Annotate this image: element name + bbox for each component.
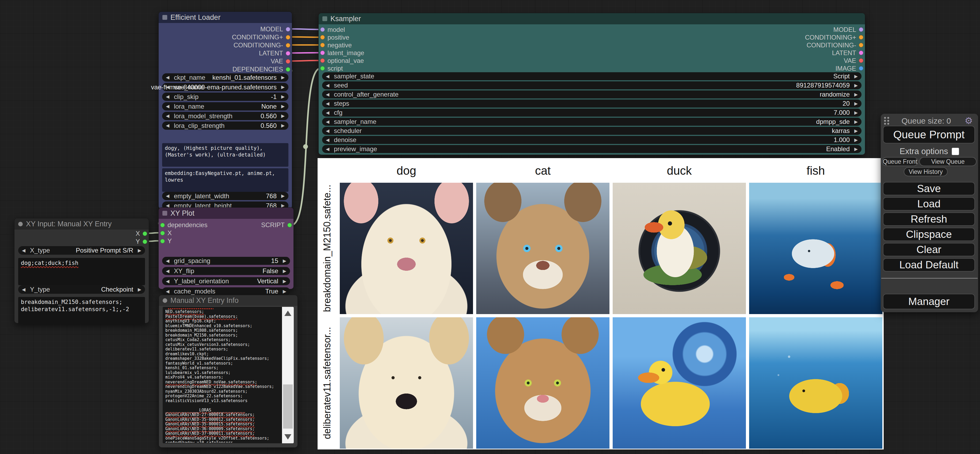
widget-control-after-generate[interactable]: ◀control_after_generaterandomize▶ (322, 91, 861, 99)
right-arrow-icon[interactable]: ▶ (854, 145, 858, 153)
widget-cfg[interactable]: ◀cfg7.000▶ (322, 108, 861, 117)
model-port-dot[interactable] (320, 27, 325, 32)
widget-y-label-orientation[interactable]: ◀Y_label_orientationVertical▶ (162, 277, 290, 285)
right-arrow-icon[interactable]: ▶ (854, 100, 858, 108)
left-arrow-icon[interactable]: ◀ (166, 277, 169, 285)
widget-grid-spacing[interactable]: ◀grid_spacing15▶ (162, 257, 290, 265)
right-arrow-icon[interactable]: ▶ (283, 257, 286, 265)
image-out-port-dot[interactable] (859, 66, 863, 71)
right-arrow-icon[interactable]: ▶ (283, 287, 286, 295)
widget-steps[interactable]: ◀steps20▶ (322, 100, 861, 108)
right-arrow-icon[interactable]: ▶ (854, 118, 858, 126)
checkpoint-list-textarea[interactable]: NED.safetensors;PastelDream(bvae).safete… (163, 307, 294, 443)
collapse-circle-icon[interactable] (18, 222, 23, 226)
right-arrow-icon[interactable]: ▶ (281, 83, 285, 91)
clear-button[interactable]: Clear (883, 243, 975, 256)
left-arrow-icon[interactable]: ◀ (326, 136, 329, 144)
right-arrow-icon[interactable]: ▶ (138, 285, 141, 294)
right-arrow-icon[interactable]: ▶ (281, 92, 285, 101)
extra-options-checkbox[interactable] (951, 148, 959, 155)
positive-prompt-textarea[interactable]: dogy, (Highest picture quality),(Master'… (162, 143, 288, 167)
x-values-textarea[interactable]: dog;cat;duck;fish (18, 258, 145, 285)
latent-port-dot[interactable] (286, 51, 290, 56)
right-arrow-icon[interactable]: ▶ (281, 102, 285, 110)
left-arrow-icon[interactable]: ◀ (326, 118, 329, 126)
left-arrow-icon[interactable]: ◀ (326, 145, 329, 153)
widget-preview-image[interactable]: ◀preview_imageEnabled▶ (322, 145, 861, 153)
conditioning-plus-port-dot[interactable] (286, 35, 290, 40)
model-port-dot[interactable] (286, 27, 290, 32)
node-xy-input-manual-xy-entry[interactable]: XY Input: Manual XY Entry X Y ◀X_typePos… (14, 218, 149, 323)
node-title-bar[interactable]: Manual XY Entry Info (159, 295, 298, 306)
collapse-box-icon[interactable] (162, 15, 167, 20)
left-arrow-icon[interactable]: ◀ (326, 127, 329, 135)
collapse-box-icon[interactable] (162, 211, 167, 216)
negative-port-dot[interactable] (320, 43, 325, 47)
load-button[interactable]: Load (883, 197, 975, 210)
left-arrow-icon[interactable]: ◀ (166, 287, 169, 295)
widget-clip-skip[interactable]: ◀clip_skip-1▶ (162, 92, 288, 101)
collapse-circle-icon[interactable] (163, 298, 167, 303)
right-arrow-icon[interactable]: ▶ (854, 108, 858, 117)
refresh-button[interactable]: Refresh (883, 212, 975, 226)
widget-seed[interactable]: ◀seed891287919574059▶ (322, 81, 861, 89)
save-button[interactable]: Save (883, 182, 975, 195)
collapse-box-icon[interactable] (322, 16, 327, 21)
right-arrow-icon[interactable]: ▶ (283, 277, 286, 285)
left-arrow-icon[interactable]: ◀ (326, 100, 329, 108)
optional-vae-port-dot[interactable] (320, 58, 325, 63)
widget-vae-name[interactable]: ◀vae_namevae-ft-mse-840000-ema-pruned.sa… (162, 83, 288, 91)
right-arrow-icon[interactable]: ▶ (854, 91, 858, 99)
right-arrow-icon[interactable]: ▶ (281, 121, 285, 130)
settings-gear-icon[interactable]: ⚙ (965, 115, 973, 126)
widget-x-type[interactable]: ◀X_typePositive Prompt S/R▶ (18, 246, 145, 255)
widget-cache-models[interactable]: ◀cache_modelsTrue▶ (162, 287, 290, 295)
right-arrow-icon[interactable]: ▶ (283, 267, 286, 275)
positive-port-dot[interactable] (320, 35, 325, 40)
right-arrow-icon[interactable]: ▶ (854, 72, 858, 80)
right-arrow-icon[interactable]: ▶ (281, 112, 285, 120)
left-arrow-icon[interactable]: ◀ (326, 91, 329, 99)
clipspace-button[interactable]: Clipspace (883, 228, 975, 241)
left-arrow-icon[interactable]: ◀ (166, 73, 169, 81)
left-arrow-icon[interactable]: ◀ (22, 246, 25, 255)
left-arrow-icon[interactable]: ◀ (166, 112, 169, 120)
x-in-port-dot[interactable] (160, 231, 165, 236)
vae-out-port-dot[interactable] (859, 58, 863, 63)
left-arrow-icon[interactable]: ◀ (326, 81, 329, 89)
widget-lora-clip-strength[interactable]: ◀lora_clip_strength0.560▶ (162, 121, 288, 130)
y-in-port-dot[interactable] (160, 239, 165, 244)
node-title-bar[interactable]: Efficient Loader (159, 12, 292, 23)
latent-out-port-dot[interactable] (859, 51, 863, 55)
right-arrow-icon[interactable]: ▶ (281, 73, 285, 81)
scroll-up-icon[interactable] (285, 311, 291, 316)
negative-prompt-textarea[interactable]: embedding:EasyNegative.pt, anime.pt, low… (162, 168, 288, 192)
x-out-port-dot[interactable] (143, 231, 147, 236)
y-out-port-dot[interactable] (143, 239, 147, 244)
conditioning-minus-port-dot[interactable] (286, 43, 290, 48)
queue-prompt-button[interactable]: Queue Prompt (883, 126, 975, 143)
script-port-dot[interactable] (320, 66, 325, 71)
conditioning-plus-out-port-dot[interactable] (859, 35, 863, 40)
widget-denoise[interactable]: ◀denoise1.000▶ (322, 136, 861, 144)
left-arrow-icon[interactable]: ◀ (326, 72, 329, 80)
node-title-bar[interactable]: XY Plot (159, 208, 293, 219)
script-out-port-dot[interactable] (287, 223, 292, 228)
view-queue-button[interactable]: View Queue (919, 157, 977, 166)
widget-lora-model-strength[interactable]: ◀lora_model_strength0.560▶ (162, 112, 288, 120)
left-arrow-icon[interactable]: ◀ (166, 257, 169, 265)
widget-scheduler[interactable]: ◀schedulerkarras▶ (322, 127, 861, 135)
left-arrow-icon[interactable]: ◀ (326, 108, 329, 117)
dependencies-port-dot[interactable] (286, 67, 290, 72)
model-out-port-dot[interactable] (859, 27, 863, 32)
y-values-textarea[interactable]: breakdomain_M2150.safetensors; deliberat… (18, 297, 145, 324)
right-arrow-icon[interactable]: ▶ (854, 136, 858, 144)
conditioning-minus-out-port-dot[interactable] (859, 43, 863, 47)
node-title-bar[interactable]: XY Input: Manual XY Entry (14, 218, 149, 229)
vae-port-dot[interactable] (286, 59, 290, 64)
widget-lora-name[interactable]: ◀lora_nameNone▶ (162, 102, 288, 110)
left-arrow-icon[interactable]: ◀ (166, 121, 169, 130)
right-arrow-icon[interactable]: ▶ (281, 192, 285, 200)
widget-xy-flip[interactable]: ◀XY_flipFalse▶ (162, 267, 290, 275)
dependencies-in-port-dot[interactable] (160, 223, 165, 228)
